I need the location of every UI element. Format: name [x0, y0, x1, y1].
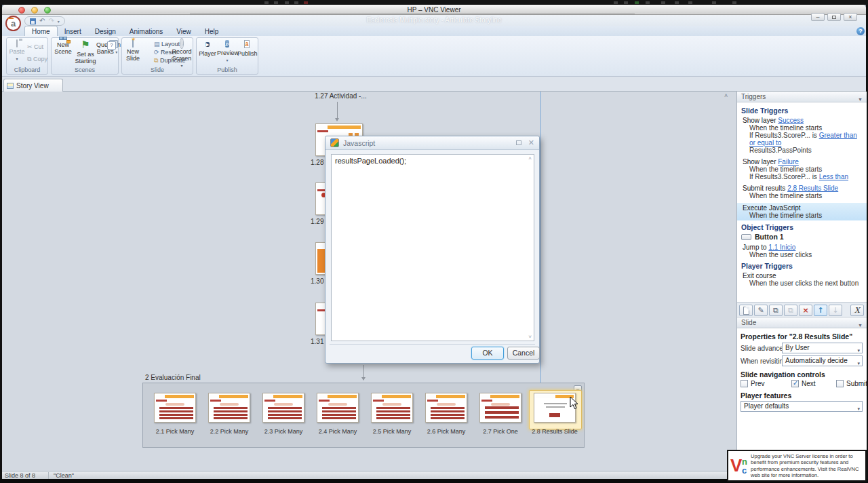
slide-thumbnail-label: 2.4 Pick Many [319, 428, 357, 435]
vnc-titlebar[interactable]: HP – VNC Viewer [2, 5, 866, 15]
trigger-item[interactable]: Submit results 2.8 Results SlideWhen the… [741, 184, 863, 200]
story-canvas[interactable]: ˄ 1.27 Actividad -... 2 Evaluación Final… [2, 92, 736, 471]
javascript-dialog-title: Javascript [343, 139, 509, 147]
undo-icon[interactable]: ↶ [39, 17, 45, 25]
trigger-object-row[interactable]: Button 1 [741, 233, 863, 241]
minimize-button[interactable]: – [811, 13, 825, 21]
nav-checkbox-prev[interactable]: Prev [741, 380, 765, 387]
cancel-button[interactable]: Cancel [507, 347, 540, 360]
maximize-button[interactable] [827, 13, 841, 21]
scene-slide-2-1-pick-many[interactable]: 2.1 Pick Many [149, 390, 201, 435]
scene-group-title: 2 Evaluación Final [145, 374, 201, 381]
javascript-code: resultsPageLoaded(); [335, 157, 406, 165]
tab-insert[interactable]: Insert [58, 26, 88, 36]
javascript-dialog-titlebar[interactable]: Javascript ✕ [326, 136, 539, 150]
triggers-panel-header[interactable]: Triggers▼ [737, 92, 867, 102]
trigger-item[interactable]: Jump to 1.1 InicioWhen the user clicks [741, 243, 863, 259]
copy-trigger-button[interactable]: ⧉ [769, 305, 783, 316]
scene-slide-2-3-pick-many[interactable]: 2.3 Pick Many [257, 390, 310, 435]
slide-thumbnail[interactable] [208, 393, 250, 423]
new-trigger-button[interactable] [739, 305, 753, 316]
slide-advances-select[interactable]: By User▾ [782, 343, 863, 353]
player-button[interactable]: ▶ Player [198, 40, 217, 57]
checkbox-icon[interactable] [741, 380, 748, 387]
slide-thumbnail[interactable] [317, 393, 359, 423]
slide-panel-header[interactable]: Slide▼ [737, 317, 867, 328]
slide-thumbnail-label: 2.7 Pick One [483, 428, 518, 435]
slide-thumbnail-label: 2.1 Pick Many [156, 428, 195, 435]
dialog-restore-icon[interactable] [516, 139, 521, 147]
save-icon[interactable] [30, 18, 36, 24]
trigger-group-heading: Slide Triggers [741, 107, 863, 115]
dialog-close-icon[interactable]: ✕ [528, 139, 534, 147]
trigger-item[interactable]: Execute JavaScriptWhen the timeline star… [737, 203, 867, 220]
trigger-link[interactable]: 1.1 Inicio [768, 244, 795, 251]
trigger-item[interactable]: Show layer FailureWhen the timeline star… [741, 157, 863, 181]
tab-help[interactable]: Help [198, 26, 226, 36]
trigger-link[interactable]: Success [778, 117, 804, 124]
nav-checkbox-submit[interactable]: Submit [836, 380, 867, 387]
scene-slide-2-4-pick-many[interactable]: 2.4 Pick Many [311, 390, 364, 435]
close-button[interactable]: × [844, 13, 857, 21]
slide-thumbnail-label: 2.5 Pick Many [373, 428, 412, 435]
scroll-up-icon[interactable]: ˄ [724, 92, 728, 99]
preview-button[interactable]: ⌕ Preview ▾ [217, 40, 237, 64]
qat-dropdown-icon[interactable]: ▾ [58, 19, 60, 24]
manage-variables-button[interactable]: X [850, 305, 864, 316]
slide-thumbnail[interactable] [371, 393, 413, 423]
set-as-starting-button[interactable]: ⚑ Set asStarting [75, 40, 96, 64]
publish-button[interactable]: ā Publish [237, 40, 256, 57]
trigger-item[interactable]: Show layer SuccessWhen the timeline star… [741, 116, 863, 155]
new-scene-button[interactable]: NewScene [53, 40, 73, 55]
trigger-item[interactable]: Exit courseWhen the user clicks the next… [741, 271, 863, 288]
scene-group-box[interactable]: − 2.1 Pick Many2.2 Pick Many2.3 Pick Man… [142, 383, 585, 448]
tab-design[interactable]: Design [88, 26, 123, 36]
move-trigger-down-button[interactable]: ↓ [829, 305, 842, 316]
delete-trigger-button[interactable]: × [799, 305, 812, 316]
articulate-logo[interactable]: a [5, 16, 21, 31]
ok-button[interactable]: OK [471, 347, 504, 360]
theme-status: "Clean" [54, 472, 74, 479]
storyline-titlebar[interactable]: Esclerosis Multiple.story - Articulate S… [2, 15, 866, 26]
nav-controls-heading: Slide navigation controls [741, 370, 825, 379]
editor-scroll-up-icon[interactable]: ˄ [528, 155, 532, 161]
ribbon-tab-row: HomeInsertDesignAnimationsViewHelp [2, 26, 866, 36]
checkbox-icon[interactable] [836, 380, 844, 387]
slide-thumbnail[interactable] [262, 393, 304, 423]
scene-slide-2-7-pick-one[interactable]: 2.7 Pick One [474, 390, 527, 435]
edit-trigger-button[interactable]: ✎ [754, 305, 768, 316]
tab-home[interactable]: Home [24, 26, 58, 36]
scene-slide-2-2-pick-many[interactable]: 2.2 Pick Many [203, 390, 256, 435]
help-icon[interactable]: ? [856, 27, 865, 35]
checkbox-icon[interactable] [791, 380, 799, 387]
new-slide-button[interactable]: NewSlide [123, 40, 142, 62]
slide-thumbnail[interactable] [154, 393, 196, 423]
trigger-link[interactable]: 2.8 Results Slide [787, 185, 838, 192]
scene-slide-2-5-pick-many[interactable]: 2.5 Pick Many [366, 390, 418, 435]
trigger-link[interactable]: Failure [778, 158, 799, 166]
copy-button[interactable]: ⧉ Copy [27, 56, 47, 63]
record-screen-button[interactable]: RecordScreen ▾ [171, 40, 193, 69]
player-features-select[interactable]: Player defaults▾ [741, 401, 863, 412]
tab-story-view[interactable]: Story View [3, 79, 63, 92]
player-icon: ▶ [205, 42, 209, 47]
move-trigger-up-button[interactable]: ↑ [814, 305, 827, 316]
slide-thumbnail[interactable] [425, 393, 467, 423]
paste-button[interactable]: Paste ▾ [9, 40, 25, 62]
editor-scroll-down-icon[interactable]: ˅ [528, 334, 532, 340]
paste-dropdown-icon: ▾ [16, 57, 18, 61]
scene-slide-2-6-pick-many[interactable]: 2.6 Pick Many [420, 390, 473, 435]
slide-thumbnail[interactable] [479, 393, 521, 423]
nav-checkbox-next[interactable]: Next [791, 380, 816, 387]
redo-icon[interactable]: ↷ [48, 17, 54, 25]
javascript-dialog[interactable]: Javascript ✕ resultsPageLoaded(); ˄ ˅ OK… [325, 136, 540, 364]
question-banks-button[interactable]: QuestionBanks ▾ [96, 40, 118, 56]
when-revisiting-select[interactable]: Automatically decide▾ [782, 355, 863, 366]
javascript-code-editor[interactable]: resultsPageLoaded(); ˄ ˅ [331, 154, 534, 341]
paste-trigger-button[interactable]: ⧉ [784, 305, 797, 316]
tab-view[interactable]: View [170, 26, 198, 36]
trigger-link[interactable]: Less than [819, 173, 848, 180]
tab-animations[interactable]: Animations [123, 26, 170, 36]
cut-button[interactable]: ✂ Cut [27, 43, 43, 50]
clipboard-group: Paste ▾ ✂ Cut ⧉ Copy Clipboard [6, 37, 48, 75]
